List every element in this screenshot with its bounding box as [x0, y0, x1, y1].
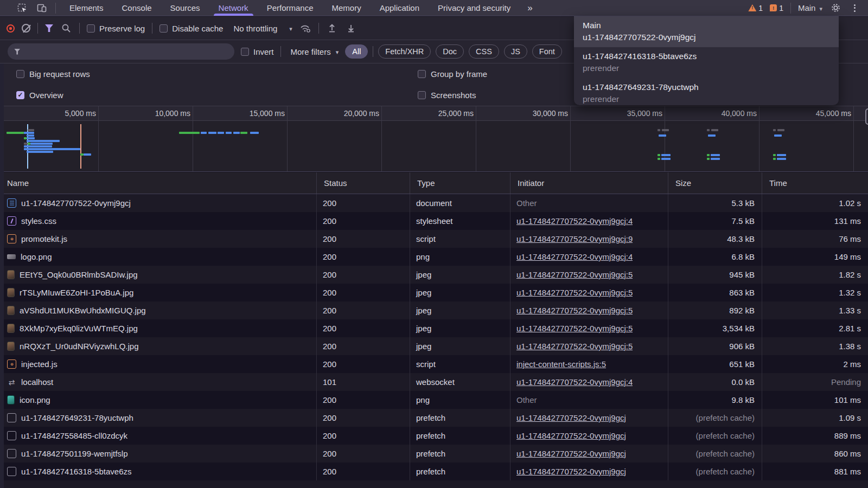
initiator-link[interactable]: u1-1748427707522-0vymj9gcj — [516, 449, 626, 458]
table-row[interactable]: styles.css 200 stylesheet u1-17484277075… — [0, 212, 868, 230]
tab-memory[interactable]: Memory — [323, 0, 371, 16]
tab-privacy-and-security[interactable]: Privacy and security — [429, 0, 520, 16]
waterfall-bar — [708, 134, 716, 137]
time-cell: 889 ms — [762, 427, 868, 445]
filter-chip-all[interactable]: All — [345, 44, 368, 59]
invert-checkbox[interactable]: Invert — [241, 47, 274, 56]
filter-chip-fetch-xhr[interactable]: Fetch/XHR — [378, 44, 431, 59]
waterfall-bar — [27, 151, 53, 153]
waterfall-bar — [658, 154, 660, 156]
column-header-name[interactable]: Name — [0, 172, 317, 194]
disable-cache-checkbox[interactable]: Disable cache — [159, 24, 223, 33]
network-conditions-icon[interactable] — [299, 22, 311, 34]
image-photo-icon — [7, 324, 15, 333]
table-row[interactable]: u1-1748427558485-cll0zdcyk 200 prefetch … — [0, 427, 868, 445]
image-photo-icon — [7, 288, 15, 297]
filter-chip-doc[interactable]: Doc — [436, 44, 464, 59]
clear-button[interactable] — [22, 24, 30, 33]
request-name: logo.png — [21, 252, 52, 261]
initiator-link[interactable]: inject-content-scripts.js:5 — [516, 359, 606, 369]
more-tabs-icon[interactable]: » — [520, 0, 540, 16]
toolbar-divider — [280, 46, 281, 57]
tab-console[interactable]: Console — [113, 0, 161, 16]
filter-input[interactable] — [24, 47, 228, 56]
table-row[interactable]: logo.png 200 png u1-1748427707522-0vymj9… — [0, 248, 868, 266]
target-selector-button[interactable]: Main — [798, 3, 822, 12]
filter-chip-font[interactable]: Font — [532, 44, 562, 59]
screenshots-checkbox[interactable]: Screenshots — [418, 91, 476, 100]
overview-checkbox[interactable]: Overview — [0, 91, 418, 100]
export-har-icon[interactable] — [345, 22, 357, 34]
table-row[interactable]: u1-1748427707522-0vymj9gcj 200 document … — [0, 194, 868, 212]
waterfall-bar — [659, 134, 666, 137]
status-cell: 200 — [317, 445, 410, 463]
timeline-gridline — [193, 106, 193, 172]
chevron-down-icon — [819, 3, 822, 12]
size-cell: 9.8 kB — [668, 391, 762, 409]
column-header-time[interactable]: Time — [762, 172, 868, 194]
filter-chip-css[interactable]: CSS — [469, 44, 499, 59]
column-header-status[interactable]: Status — [317, 172, 410, 194]
throttling-select[interactable]: No throttling — [233, 23, 292, 33]
group-by-frame-checkbox[interactable]: Group by frame — [418, 69, 487, 79]
filter-chip-js[interactable]: JS — [504, 44, 527, 59]
initiator-link[interactable]: u1-1748427707522-0vymj9gcj:5 — [516, 342, 633, 351]
waterfall-bar — [662, 129, 669, 131]
initiator-link[interactable]: u1-1748427707522-0vymj9gcj:5 — [516, 288, 633, 297]
initiator-link[interactable]: u1-1748427707522-0vymj9gcj — [516, 467, 626, 476]
table-row[interactable]: EEtY5_Oqk0u0BRlmbSADIw.jpg 200 jpeg u1-1… — [0, 266, 868, 284]
filter-toggle-icon[interactable] — [45, 24, 53, 32]
issues-badge[interactable]: ! 1 — [770, 4, 783, 12]
column-header-size[interactable]: Size — [668, 172, 762, 194]
tab-performance[interactable]: Performance — [258, 0, 323, 16]
initiator-link[interactable]: u1-1748427707522-0vymj9gcj:5 — [516, 324, 633, 333]
table-row[interactable]: u1-1748427501199-wemjtfslp 200 prefetch … — [0, 445, 868, 463]
tab-sources[interactable]: Sources — [161, 0, 209, 16]
preserve-log-checkbox[interactable]: Preserve log — [87, 24, 145, 33]
table-row[interactable]: u1-1748427416318-5btave6zs 200 prefetch … — [0, 463, 868, 480]
search-icon[interactable] — [60, 22, 72, 34]
device-toolbar-icon[interactable] — [36, 2, 48, 14]
initiator-link[interactable]: u1-1748427707522-0vymj9gcj — [516, 431, 626, 440]
request-name: u1-1748427558485-cll0zdcyk — [21, 431, 127, 440]
inspect-element-icon[interactable] — [16, 2, 28, 14]
table-row[interactable]: promotekit.js 200 script u1-174842770752… — [0, 230, 868, 248]
table-row[interactable]: aVShdUt1MUKBwUhdxMIGUQ.jpg 200 jpeg u1-1… — [0, 301, 868, 319]
table-row[interactable]: injected.js 200 script inject-content-sc… — [0, 355, 868, 373]
warnings-badge[interactable]: 1 — [748, 4, 763, 12]
target-menu-item[interactable]: u1-1748427416318-5btave6zsprerender — [574, 47, 839, 78]
target-menu-item[interactable]: Mainu1-1748427707522-0vymj9gcj — [574, 16, 839, 47]
record-button[interactable] — [7, 24, 15, 33]
table-row[interactable]: u1-1748427649231-78yuctwph 200 prefetch … — [0, 409, 868, 427]
table-row[interactable]: nRQXzT_Ur0udNRViyzwhLQ.jpg 200 jpeg u1-1… — [0, 337, 868, 355]
timeline-tick-label: 25,000 ms — [414, 106, 474, 121]
table-row[interactable]: icon.png 200 png Other 9.8 kB 101 ms — [0, 391, 868, 409]
table-row[interactable]: 8XkMp7xyEkq0lizVuWTmEQ.jpg 200 jpeg u1-1… — [0, 319, 868, 337]
table-row[interactable]: rTSLyMIuwE6ZoHI-1PoBuA.jpg 200 jpeg u1-1… — [0, 284, 868, 301]
target-menu-item[interactable]: u1-1748427649231-78yuctwphprerender — [574, 78, 839, 105]
initiator-link[interactable]: u1-1748427707522-0vymj9gcj — [516, 413, 626, 422]
initiator-link[interactable]: u1-1748427707522-0vymj9gcj:4 — [516, 252, 633, 261]
status-cell: 101 — [317, 373, 410, 391]
kebab-menu-icon[interactable] — [848, 2, 860, 14]
settings-gear-icon[interactable] — [829, 2, 841, 14]
tab-elements[interactable]: Elements — [60, 0, 113, 16]
tab-network[interactable]: Network — [209, 0, 258, 16]
filter-input-container[interactable] — [8, 43, 234, 60]
column-header-initiator[interactable]: Initiator — [510, 172, 668, 194]
overview-right-grip[interactable] — [865, 108, 868, 125]
initiator-link[interactable]: u1-1748427707522-0vymj9gcj:4 — [516, 377, 633, 387]
column-header-type[interactable]: Type — [410, 172, 510, 194]
waterfall-bar — [201, 132, 207, 134]
initiator-link[interactable]: u1-1748427707522-0vymj9gcj:5 — [516, 306, 633, 315]
initiator-link[interactable]: u1-1748427707522-0vymj9gcj:4 — [516, 216, 633, 226]
tab-application[interactable]: Application — [371, 0, 429, 16]
waterfall-bar — [773, 154, 776, 156]
initiator-link[interactable]: u1-1748427707522-0vymj9gcj:9 — [516, 234, 633, 243]
more-filters-button[interactable]: More filters — [291, 47, 339, 56]
network-overview-timeline[interactable]: 5,000 ms10,000 ms15,000 ms20,000 ms25,00… — [0, 106, 868, 172]
initiator-link[interactable]: u1-1748427707522-0vymj9gcj:5 — [516, 270, 633, 279]
big-request-rows-checkbox[interactable]: Big request rows — [0, 69, 418, 79]
import-har-icon[interactable] — [326, 22, 338, 34]
table-row[interactable]: localhost 101 websocket u1-1748427707522… — [0, 373, 868, 391]
